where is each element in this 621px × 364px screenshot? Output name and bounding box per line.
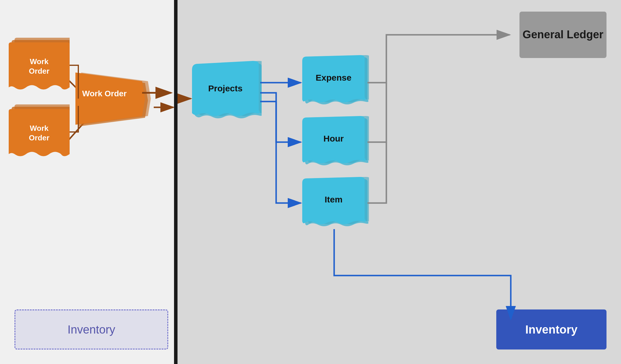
inventory-left-box: Inventory [15,309,168,349]
right-panel: General Ledger Projects Expense Hour [178,0,621,364]
left-panel: Work Order Work Order Work Order [0,0,174,364]
right-arrows-svg [178,0,621,364]
left-connect-lines [0,0,174,203]
panel-divider [174,0,178,364]
inventory-left-label: Inventory [68,323,115,336]
